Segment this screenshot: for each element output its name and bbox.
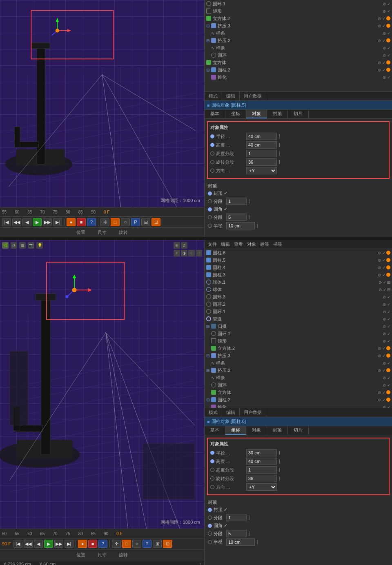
btn-bot-play[interactable]: ▶: [44, 540, 53, 548]
btn-bot-stop[interactable]: ■: [88, 540, 97, 548]
spinup-filletseg-bot[interactable]: ⁞: [248, 530, 250, 537]
tree-item[interactable]: 圆环 ⊘ ✓: [209, 51, 392, 59]
radio-hseg[interactable]: [210, 151, 214, 156]
tree-item[interactable]: ⊟ 挤压.3 ⊘ ✓: [205, 22, 392, 29]
btn-bot-start[interactable]: |◀: [13, 540, 22, 548]
radio-capseg-bot[interactable]: [208, 516, 212, 520]
tree-item[interactable]: ⊟ 圆柱.2 ⊘ ✓: [205, 66, 392, 73]
radio-filletrad[interactable]: [208, 224, 212, 228]
input-radius-bot[interactable]: [246, 449, 277, 456]
radio-radius[interactable]: [210, 134, 214, 138]
radio-rseg-bot[interactable]: [210, 476, 214, 480]
menu-tag[interactable]: 标签: [260, 241, 269, 247]
input-filletrad[interactable]: [226, 222, 255, 229]
tree-item-circle2[interactable]: 圆环.2 ⊘ ✓: [205, 300, 392, 308]
spinup-hseg[interactable]: ⁞: [278, 150, 280, 157]
tree-item-spline2[interactable]: ∿ 样条 ⊘ ✓: [209, 374, 392, 381]
radio-rseg[interactable]: [210, 160, 214, 164]
spinup-filletseg[interactable]: ⁞: [248, 214, 250, 220]
radio-filletrad-bot[interactable]: [208, 540, 212, 544]
viewport-icon[interactable]: ⊕: [174, 242, 180, 249]
tree-item-cyl3[interactable]: 圆柱.3 ⊘ ✓: [205, 271, 392, 278]
tab-coord[interactable]: 坐标: [225, 110, 246, 118]
tree-item-cube2[interactable]: 立方体.2 ⊘ ✓: [209, 345, 392, 352]
tree-item[interactable]: 锥化 ⊘ ✓: [209, 73, 392, 81]
tab-slice[interactable]: 切片: [288, 110, 309, 118]
spinup-capseg[interactable]: ⁞: [248, 198, 250, 205]
menu-view[interactable]: 查看: [234, 241, 243, 247]
btn-bot-end[interactable]: ▶|: [65, 540, 74, 548]
radio-filletseg-bot[interactable]: [208, 532, 212, 536]
input-capseg-bot[interactable]: [226, 514, 247, 521]
btn-back[interactable]: ◀: [22, 218, 31, 226]
tab-bot-slice[interactable]: 切片: [288, 426, 309, 435]
tree-item[interactable]: 立方体.2 ⊘ ✓: [205, 15, 392, 22]
tree-item[interactable]: ⊟ 挤压.2 ⊘ ✓: [205, 37, 392, 44]
select-dir-bot[interactable]: +Y +X +Z: [246, 483, 277, 491]
viewport-icon[interactable]: +: [174, 250, 180, 256]
radio-hseg-bot[interactable]: [210, 468, 214, 472]
tree-item-sphere1[interactable]: 球体.1 ⊘ ✓⊞: [205, 278, 392, 286]
tab-bot-userdata[interactable]: 用户数据: [240, 408, 266, 417]
btn-bot-snap[interactable]: ⊡: [163, 540, 172, 548]
btn-bot-park[interactable]: P: [143, 540, 151, 548]
tab-bot-mode[interactable]: 模式: [205, 408, 222, 417]
tree-item[interactable]: ∿ 样条 ⊘ ✓: [209, 44, 392, 51]
input-rseg[interactable]: [246, 158, 277, 166]
tree-item-cyl6[interactable]: 圆柱.6 ⊘ ✓: [205, 249, 392, 256]
radio-fillet-bot[interactable]: [208, 524, 212, 528]
spinup-rseg-bot[interactable]: ⁞: [278, 475, 280, 482]
tree-item-camera[interactable]: ⊟ 归摄 ⊘ ✓: [205, 323, 392, 330]
tab-edit[interactable]: 编辑: [222, 92, 240, 100]
tab-userdata[interactable]: 用户数据: [240, 92, 266, 100]
btn-stop[interactable]: ■: [77, 218, 86, 226]
tab-bot-cap[interactable]: 封顶: [267, 426, 288, 435]
tree-item[interactable]: 矩形 ⊘ ✓: [205, 7, 392, 15]
tree-item-spline1[interactable]: ∿ 样条 ⊘ ✓: [209, 359, 392, 367]
tree-item-extrude3[interactable]: ⊟ 挤压.3 ⊘ ✓: [205, 352, 392, 359]
timeline-top[interactable]: 55 60 65 70 75 80 85 90 0 F: [0, 207, 204, 216]
spinup-height-bot[interactable]: ⁞: [278, 458, 280, 465]
spinup-capseg-bot[interactable]: ⁞: [248, 514, 250, 521]
tab-bot-edit[interactable]: 编辑: [222, 408, 240, 417]
radio-cap[interactable]: [208, 191, 212, 196]
tree-item-circle1b[interactable]: 圆环.1 ⊘ ✓: [209, 330, 392, 337]
btn-bot-help[interactable]: ?: [98, 540, 107, 548]
btn-snap[interactable]: ⊡: [151, 218, 160, 226]
tree-item-cyl4[interactable]: 圆柱.4 ⊘ ✓: [205, 264, 392, 271]
radio-radius-bot[interactable]: [210, 451, 214, 455]
btn-bot-prev[interactable]: ◀◀: [24, 540, 33, 548]
input-radius[interactable]: [246, 133, 277, 140]
viewport-icon[interactable]: ◑: [181, 250, 187, 256]
btn-play[interactable]: ▶: [33, 218, 42, 226]
radio-cap-bot[interactable]: [208, 508, 212, 512]
tree-item-circle1[interactable]: 圆环.1 ⊘ ✓: [205, 308, 392, 315]
spinup-radius-bot[interactable]: ⁞: [278, 449, 280, 456]
spinup-hseg-bot[interactable]: ⁞: [278, 467, 280, 473]
input-hseg-bot[interactable]: [246, 466, 277, 474]
tree-item-extrude2[interactable]: ⊟ 挤压.2 ⊘ ✓: [205, 367, 392, 374]
input-capseg[interactable]: [226, 198, 247, 205]
tree-item-circleb[interactable]: 圆环 ⊘ ✓: [209, 381, 392, 389]
light-icon[interactable]: 💡: [36, 242, 43, 249]
radio-height[interactable]: [210, 143, 214, 147]
menu-bookmark[interactable]: 书签: [273, 241, 282, 247]
select-dir[interactable]: +Y +X +Z: [246, 167, 277, 174]
btn-bot-rec[interactable]: ●: [78, 540, 87, 548]
btn-move[interactable]: ✛: [100, 218, 109, 226]
tree-item[interactable]: 圆环.1 ⊘ ✓: [205, 0, 392, 7]
viewport-icon[interactable]: Z: [181, 242, 187, 249]
tree-item-cyl2[interactable]: ⊟ 圆柱.2 ⊘ ✓: [205, 396, 392, 403]
tab-bot-coord[interactable]: 坐标: [225, 426, 246, 435]
input-rseg-bot[interactable]: [246, 475, 277, 482]
tab-bot-basic[interactable]: 基本: [205, 426, 225, 435]
menu-file[interactable]: 文件: [208, 241, 217, 247]
tree-item-circle3[interactable]: 圆环.3 ⊘ ✓: [205, 293, 392, 300]
radio-dir-bot[interactable]: [210, 485, 214, 489]
spinup-height[interactable]: ⁞: [278, 142, 280, 148]
menu-edit[interactable]: 编辑: [221, 241, 230, 247]
btn-info[interactable]: ?: [87, 218, 96, 226]
spinup-rseg[interactable]: ⁞: [278, 159, 280, 165]
btn-park[interactable]: P: [131, 218, 140, 226]
spinup-radius[interactable]: ⁞: [278, 133, 280, 140]
